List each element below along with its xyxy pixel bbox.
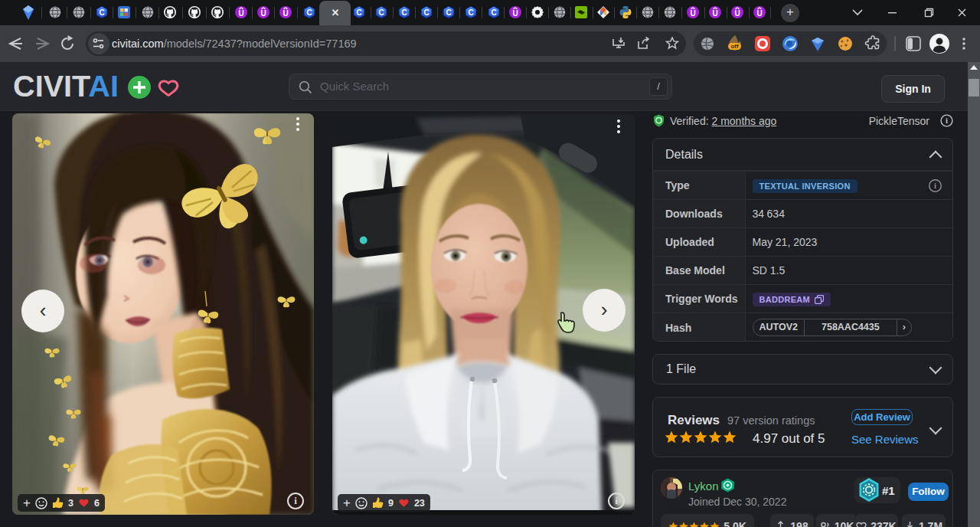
svg-text:i: i <box>934 182 936 190</box>
svg-text:CIVITAI: CIVITAI <box>13 74 119 100</box>
svg-text:off: off <box>730 43 739 50</box>
svg-text:i: i <box>946 116 948 125</box>
